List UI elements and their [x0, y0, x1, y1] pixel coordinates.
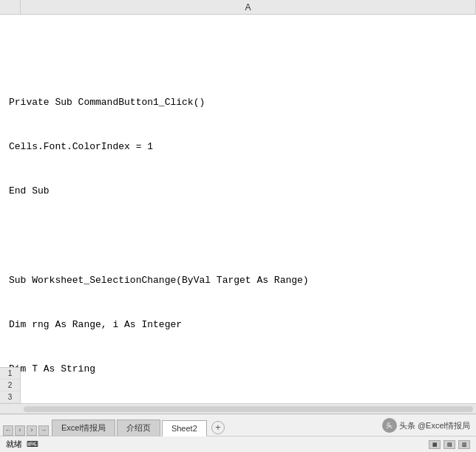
view-controls: ▦ ▤ ▥: [429, 440, 470, 449]
page-break-btn[interactable]: ▥: [458, 440, 470, 449]
horizontal-scrollbar[interactable]: [0, 403, 476, 414]
normal-view-btn[interactable]: ▦: [429, 440, 441, 449]
tab-bar: ← ‹ › → Excel情报局 介绍页 Sheet2 + 头 头条 @Exce…: [0, 414, 476, 436]
code-line-3: End Sub: [9, 184, 467, 199]
status-icon-keyboard: ⌨: [27, 439, 38, 449]
code-area[interactable]: Private Sub CommandButton1_Click() Cells…: [0, 15, 476, 403]
row-num-1: 1: [0, 368, 20, 380]
tab-next-btn[interactable]: ›: [27, 425, 37, 436]
tab-first-btn[interactable]: ←: [3, 425, 13, 436]
code-line-6: Dim rng As Range, i As Integer: [9, 318, 467, 332]
code-line-1: Private Sub CommandButton1_Click(): [9, 95, 467, 110]
bottom-right-area: 头 头条 @Excel情报局: [382, 418, 470, 433]
watermark: 头 头条 @Excel情报局: [382, 418, 470, 433]
avatar: 头: [382, 418, 397, 433]
row-numbers-area: 1 2 3: [0, 367, 21, 403]
tab-sheet-0[interactable]: Excel情报局: [52, 420, 115, 436]
status-ready-label: 就绪: [6, 439, 22, 450]
tab-last-btn[interactable]: →: [38, 425, 49, 436]
page-layout-btn[interactable]: ▤: [443, 440, 455, 449]
code-line-2: Cells.Font.ColorIndex = 1: [9, 140, 467, 154]
tab-sheet-2[interactable]: Sheet2: [162, 420, 207, 436]
column-a-header: A: [21, 0, 476, 14]
row-header-spacer: [0, 0, 21, 14]
tab-sheet-1[interactable]: 介绍页: [117, 420, 160, 436]
column-header-bar: A: [0, 0, 476, 15]
main-area: Private Sub CommandButton1_Click() Cells…: [0, 15, 476, 403]
row-num-2: 2: [0, 380, 20, 391]
code-line-4: [9, 228, 467, 243]
code-line-5: Sub Worksheet_SelectionChange(ByVal Targ…: [9, 273, 467, 288]
tab-nav-arrows: ← ‹ › →: [0, 425, 52, 436]
code-line-0: [9, 50, 467, 65]
status-bar: 就绪 ⌨ ▦ ▤ ▥: [0, 436, 476, 452]
add-sheet-btn[interactable]: +: [211, 421, 225, 434]
code-line-7: Dim T As String: [9, 362, 467, 377]
excel-window: A Private Sub CommandButton1_Click() Cel…: [0, 0, 476, 452]
scrollbar-track[interactable]: [24, 406, 473, 412]
code-content: Private Sub CommandButton1_Click() Cells…: [9, 21, 467, 403]
row-num-3: 3: [0, 391, 20, 403]
tab-prev-btn[interactable]: ‹: [15, 425, 25, 436]
